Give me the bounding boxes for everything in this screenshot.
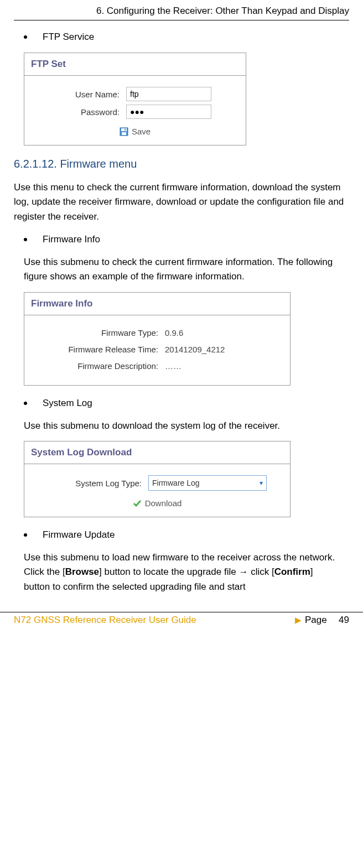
username-input[interactable] [126,87,211,101]
download-button[interactable]: Download [31,498,283,508]
bullet-dot-icon [24,402,27,405]
bullet-label: System Log [43,398,92,409]
page-header: 6. Configuring the Receiver: Other Than … [14,6,349,17]
firmware-info-desc: Use this submenu to check the current fi… [24,255,339,284]
chevron-down-icon: ▾ [260,479,263,487]
panel-title: System Log Download [24,441,290,464]
save-button-label: Save [132,127,151,136]
firmware-release-value: 20141209_4212 [165,343,225,356]
firmware-release-label: Firmware Release Time: [31,345,165,354]
check-icon [133,499,142,508]
system-log-desc: Use this submenu to download the system … [24,419,339,433]
syslog-type-select[interactable]: Firmware Log ▾ [148,475,267,491]
confirm-bold: Confirm [274,566,310,577]
download-button-label: Download [145,498,182,508]
save-button[interactable]: Save [31,127,239,136]
password-label: Password: [31,107,126,117]
password-input[interactable] [126,105,211,119]
firmware-update-desc: Use this submenu to load new firmware to… [24,550,339,594]
browse-bold: Browse [65,566,99,577]
section-number: 6.2.1.12. [14,158,57,170]
firmware-desc-label: Firmware Description: [31,361,165,371]
section-heading-firmware-menu: 6.2.1.12. Firmware menu [14,158,349,170]
section-title: Firmware menu [60,158,137,170]
panel-title: Firmware Info [24,293,290,315]
svg-rect-2 [122,132,126,135]
bullet-firmware-info: Firmware Info [24,234,349,245]
svg-rect-1 [121,128,127,131]
page-arrow-icon: ▶ [295,615,302,625]
bullet-label: FTP Service [43,32,94,43]
select-value: Firmware Log [152,479,200,487]
bullet-label: Firmware Info [43,234,100,245]
firmware-type-value: 0.9.6 [165,326,183,340]
header-divider [14,20,349,20]
bullet-ftp-service: FTP Service [24,32,349,43]
firmware-type-label: Firmware Type: [31,328,165,337]
bullet-label: Firmware Update [43,529,115,540]
page-footer: N72 GNSS Reference Receiver User Guide ▶… [0,612,363,631]
bullet-dot-icon [24,35,27,39]
ftp-set-panel: FTP Set User Name: Password: Save [24,53,246,145]
username-label: User Name: [31,90,126,99]
bullet-dot-icon [24,533,27,537]
footer-title: N72 GNSS Reference Receiver User Guide [14,615,196,626]
text-part: ] button to locate the upgrade file → cl… [99,566,274,577]
page-number: 49 [339,615,349,626]
syslog-type-label: System Log Type: [31,479,148,488]
save-icon [120,127,128,136]
svg-rect-3 [125,129,126,131]
section-desc: Use this menu to check the current firmw… [14,180,349,224]
bullet-system-log: System Log [24,398,349,409]
firmware-info-panel: Firmware Info Firmware Type: 0.9.6 Firmw… [24,292,291,386]
page-label: Page [305,615,327,626]
bullet-firmware-update: Firmware Update [24,529,349,540]
system-log-panel: System Log Download System Log Type: Fir… [24,441,291,517]
firmware-desc-value: …… [165,360,182,373]
panel-title: FTP Set [24,53,246,76]
bullet-dot-icon [24,238,27,241]
